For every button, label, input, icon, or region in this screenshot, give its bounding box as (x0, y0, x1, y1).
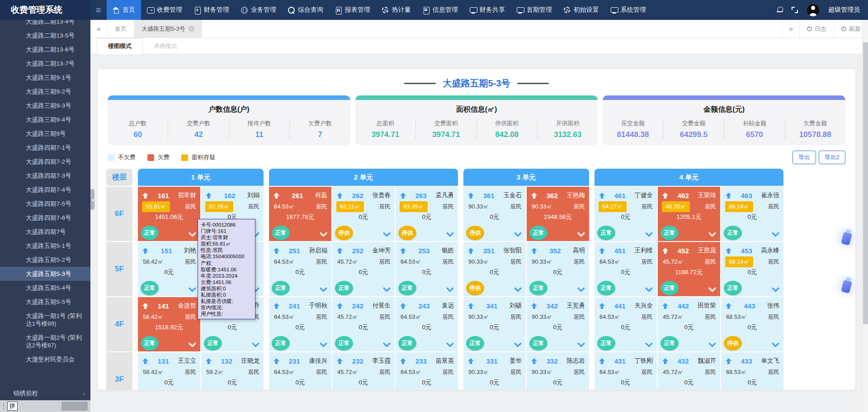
apartment-cell[interactable]: 361 玉金石 90.33㎡ 居民 0元 停供 (463, 187, 526, 241)
apartment-cell[interactable]: 463 崔永强 86.14㎡ 居民 0元 正常 (721, 187, 783, 241)
nav-item[interactable]: 系统管理 (605, 0, 652, 20)
nav-item[interactable]: 综合查询 (282, 0, 329, 20)
chevron-down-icon[interactable] (772, 287, 779, 292)
chevron-down-icon[interactable] (577, 287, 585, 292)
apartment-cell[interactable]: 461 丁健全 64.27㎡ 居民 0元 正常 (594, 187, 657, 241)
nav-item[interactable]: 热计量 (376, 0, 417, 20)
sidebar-item-building[interactable]: 大盛路一期1号 (荣利达1号楼89) (0, 309, 90, 331)
nav-item[interactable]: 初始设置 (558, 0, 605, 20)
chevron-down-icon[interactable] (383, 287, 391, 292)
sidebar-item-building[interactable]: 大盛路四期7-6号 (0, 211, 90, 225)
apartment-cell[interactable]: 433 单文飞 68.53㎡ 居民 0元 停供 (721, 352, 783, 390)
apartment-cell[interactable]: 232 李玉霞 45.72㎡ 居民 0元 正常 (332, 352, 395, 390)
nav-item[interactable]: 财务管理 (188, 0, 235, 20)
sidebar-collapse-handle[interactable]: ◂ (90, 189, 94, 210)
apartment-cell[interactable]: 332 陈志岩 90.33㎡ 居民 0元 正常 (527, 352, 589, 390)
nav-item[interactable]: 信息管理 (417, 0, 464, 20)
chevron-down-icon[interactable] (514, 287, 522, 292)
chevron-down-icon[interactable] (446, 287, 454, 292)
sidebar-item-building[interactable]: 大盛路三期9-4号 (0, 113, 90, 127)
sidebar-item-building[interactable]: 大盛路五期5-2号 (0, 253, 90, 267)
chevron-down-icon[interactable] (189, 342, 196, 347)
sidebar-item-building[interactable]: 大盛路四期7-3号 (0, 169, 90, 183)
apartment-cell[interactable]: 131 王立立 58.42㎡ 居民 0元 正常 (138, 352, 200, 390)
apartment-cell[interactable]: 132 庄晓龙 59.2㎡ 居民 0元 正常 (201, 352, 264, 390)
apartment-cell[interactable]: 261 何磊 64.53㎡ 居民 1677.78元 正常 (269, 187, 331, 241)
nav-item[interactable]: 业务管理 (235, 0, 282, 20)
apartment-cell[interactable]: 242 付景生 45.72㎡ 居民 0元 正常 (332, 297, 395, 351)
sidebar-item-building[interactable]: 大盛路三期9号 (0, 127, 90, 141)
chevron-down-icon[interactable] (320, 342, 327, 347)
chevron-down-icon[interactable] (577, 232, 585, 237)
apartment-cell[interactable]: 233 苗景英 64.53㎡ 居民 0元 停供 (396, 352, 458, 390)
sidebar-item-building[interactable]: 大盛路二期13-5号 (0, 28, 90, 43)
apartment-cell[interactable]: 452 王胜昌 45.72㎡ 居民 1188.72元 正常 (658, 242, 720, 296)
chevron-down-icon[interactable] (645, 287, 653, 292)
apartment-cell[interactable]: 161 宿常财 55.81㎡ 居民 1451.06元 正常 (138, 187, 200, 241)
tab-close-icon[interactable]: × (189, 26, 194, 32)
sidebar-item-building[interactable]: 大溦堡村民委员会 (0, 352, 90, 366)
tabs-scroll-right-icon[interactable]: » (782, 20, 799, 38)
nav-item[interactable]: 首期管理 (511, 0, 558, 20)
apartment-cell[interactable]: 253 银皓 64.53㎡ 居民 0元 正常 (396, 242, 458, 296)
scrollbar-thumb[interactable] (863, 42, 868, 324)
apartment-cell[interactable]: 451 王利维 64.53㎡ 居民 0元 正常 (594, 242, 657, 296)
chevron-down-icon[interactable] (708, 232, 716, 237)
sidebar-item-building[interactable]: 大盛路四期7-5号 (0, 197, 90, 211)
apartment-cell[interactable]: 141 金连哲 58.42㎡ 居民 1518.92元 正常 (138, 297, 200, 351)
nav-item[interactable]: 报表管理 (329, 0, 376, 20)
sidebar-item-building[interactable]: 大盛路四期7-2号 (0, 155, 90, 169)
chevron-down-icon[interactable] (320, 232, 327, 237)
apartment-cell[interactable]: 351 张智阳 90.33㎡ 居民 0元 停供 (463, 242, 526, 296)
chevron-down-icon[interactable] (514, 342, 522, 347)
sidebar-item-building[interactable]: 大盛路五期5-3号 (0, 267, 90, 281)
nav-item[interactable]: 收费管理 (141, 0, 188, 20)
export-button[interactable]: 导出 (793, 151, 816, 164)
sidebar-item-building[interactable]: 大盛路五期5-5号 (0, 295, 90, 309)
nav-item[interactable]: 首页 (107, 0, 141, 20)
chevron-down-icon[interactable] (645, 232, 653, 237)
chevron-down-icon[interactable] (189, 287, 196, 292)
apartment-cell[interactable]: 462 王荣琦 46.35㎡ 居民 1205.1元 正常 (658, 187, 720, 241)
nav-item[interactable]: 财务共享 (464, 0, 511, 20)
sidebar-footer-collapse-icon[interactable]: ‹ (83, 390, 85, 397)
chevron-down-icon[interactable] (772, 232, 779, 237)
apartment-cell[interactable]: 432 魏淑芹 45.72㎡ 居民 0元 正常 (658, 352, 720, 390)
chevron-down-icon[interactable] (772, 342, 779, 347)
tab[interactable]: 大盛路五期5-3号 × (134, 20, 202, 38)
hamburger-menu-icon[interactable]: ≡ (90, 5, 107, 15)
sidebar-item-building[interactable]: 大盛路二期13-4号 (0, 20, 90, 28)
sidebar-item-building[interactable]: 大盛路二期13-7号 (0, 57, 90, 71)
sidebar-item-building[interactable]: 大盛路五期5-1号 (0, 239, 90, 253)
apartment-cell[interactable]: 263 孟凡勇 83.39㎡ 居民 0元 停供 (396, 187, 458, 241)
apartment-cell[interactable]: 231 康佳兴 64.53㎡ 居民 0元 正常 (269, 352, 331, 390)
sidebar-item-building[interactable]: 大盛路四期7-1号 (0, 141, 90, 155)
sidebar-item-building[interactable]: 大盛路四期7-4号 (0, 183, 90, 197)
apartment-cell[interactable]: 252 金坤芳 45.72㎡ 居民 0元 正常 (332, 242, 395, 296)
apartment-cell[interactable]: 442 田世荣 45.72㎡ 居民 0元 正常 (658, 297, 720, 351)
chevron-down-icon[interactable] (577, 342, 585, 347)
apartment-cell[interactable]: 243 袁远 64.53㎡ 居民 0元 正常 (396, 297, 458, 351)
apartment-cell[interactable]: 241 于明秋 64.53㎡ 居民 0元 正常 (269, 297, 331, 351)
sidebar-item-building[interactable]: 大盛路四期7号 (0, 225, 90, 239)
sidebar-item-building[interactable]: 大盛路三期9-2号 (0, 85, 90, 99)
apartment-cell[interactable]: 352 高明 90.33㎡ 居民 0元 正常 (527, 242, 589, 296)
chevron-down-icon[interactable] (446, 232, 454, 237)
tab[interactable]: 首页 (108, 20, 134, 38)
avatar[interactable] (807, 4, 819, 16)
tabs-scroll-left-icon[interactable]: « (90, 20, 108, 38)
apartment-cell[interactable]: 443 张伟 68.53㎡ 居民 0元 停供 (721, 297, 783, 351)
mode-tab[interactable]: 楼图模式 (97, 38, 143, 54)
apartment-cell[interactable]: 331 姜华 90.33㎡ 居民 0元 正常 (463, 352, 526, 390)
chevron-down-icon[interactable] (446, 342, 454, 347)
fullscreen-icon[interactable] (792, 7, 798, 13)
chevron-down-icon[interactable] (708, 342, 716, 347)
sidebar-item-building[interactable]: 大盛路一期2号 (荣利达2号楼87) (0, 331, 90, 352)
log-button[interactable]: 日志 (799, 20, 834, 38)
chevron-down-icon[interactable] (252, 342, 259, 347)
chevron-down-icon[interactable] (320, 287, 327, 292)
chevron-down-icon[interactable] (514, 232, 522, 237)
apartment-cell[interactable]: 151 刘艳 58.42㎡ 居民 0元 正常 (138, 242, 200, 296)
apartment-cell[interactable]: 441 关兴全 64.53㎡ 居民 0元 正常 (594, 297, 657, 351)
apartment-cell[interactable]: 251 孙启福 64.53㎡ 居民 0元 正常 (269, 242, 331, 296)
